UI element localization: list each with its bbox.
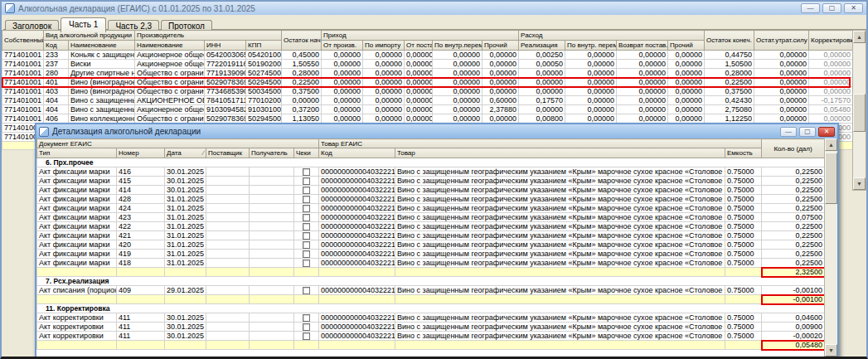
- supplier-cell[interactable]: [206, 231, 250, 240]
- item-code-cell[interactable]: 0000000000040322214: [319, 250, 395, 259]
- col-header-7[interactable]: От постав.: [405, 41, 433, 51]
- close-button[interactable]: ✕: [844, 3, 863, 13]
- receiver-cell[interactable]: [250, 259, 294, 268]
- capacity-cell[interactable]: 0.75000: [725, 259, 762, 268]
- capacity-cell[interactable]: 0.75000: [725, 177, 762, 186]
- table-cell[interactable]: 502745001: [246, 69, 282, 78]
- table-cell[interactable]: 0,00000: [433, 96, 482, 105]
- table-cell[interactable]: 0,28000: [282, 69, 322, 78]
- qty-cell[interactable]: 0,22500: [762, 250, 825, 259]
- col-header-0[interactable]: Код: [44, 41, 69, 51]
- table-cell[interactable]: 406: [44, 114, 69, 124]
- item-name-cell[interactable]: Вино с защищенным географическим указани…: [395, 222, 725, 231]
- col-header-own[interactable]: Собственный: [2, 31, 44, 51]
- table-cell[interactable]: 502945001: [246, 114, 282, 124]
- checkbox-cheki[interactable]: [303, 223, 310, 230]
- doc-date-cell[interactable]: 31.01.2025: [165, 231, 206, 240]
- item-code-cell[interactable]: 0000000000040322214: [319, 213, 395, 222]
- capacity-cell[interactable]: 0.75000: [725, 186, 762, 195]
- doc-type-cell[interactable]: Акт фиксации марки: [37, 177, 117, 186]
- table-cell[interactable]: 0,00000: [565, 78, 617, 87]
- doc-type-cell[interactable]: Акт корректировки: [37, 332, 117, 341]
- table-cell[interactable]: 7841051711: [205, 96, 246, 105]
- receiver-cell[interactable]: [250, 213, 294, 222]
- table-cell[interactable]: 0,00000: [668, 69, 705, 78]
- table-cell[interactable]: 0,00000: [322, 51, 363, 60]
- checkbox-cheki[interactable]: [303, 332, 310, 340]
- item-code-cell[interactable]: 0000000000040322214: [319, 167, 395, 177]
- table-cell[interactable]: 0,05480: [809, 105, 853, 114]
- table-cell[interactable]: 0,00000: [668, 51, 705, 60]
- table-cell[interactable]: 0,00250: [519, 51, 565, 60]
- table-cell[interactable]: 0,00000: [482, 114, 519, 124]
- item-code-cell[interactable]: 0000000000040322214: [319, 204, 395, 213]
- capacity-cell[interactable]: 0.75000: [725, 195, 762, 204]
- table-cell[interactable]: 0,00000: [668, 105, 705, 114]
- table-cell[interactable]: 5029078369: [205, 78, 246, 87]
- table-cell[interactable]: 0,00000: [433, 69, 482, 78]
- table-cell[interactable]: 0,00000: [433, 87, 482, 96]
- dialog-col-header-2[interactable]: Дата∕: [165, 148, 206, 158]
- table-cell[interactable]: 0,00000: [754, 60, 809, 69]
- capacity-cell[interactable]: 0.75000: [725, 167, 762, 177]
- doc-date-cell[interactable]: 29.01.2025: [165, 286, 206, 295]
- table-cell[interactable]: 0,00000: [617, 114, 668, 124]
- dialog-vertical-scrollbar[interactable]: ▲ ▼: [824, 138, 837, 357]
- dialog-col-header-6[interactable]: Код: [319, 148, 395, 158]
- table-cell[interactable]: 0,00000: [322, 96, 363, 105]
- item-name-cell[interactable]: Вино с защищенным географическим указани…: [395, 323, 725, 332]
- table-cell[interactable]: 0,00000: [519, 78, 565, 87]
- table-cell[interactable]: 0,00000: [668, 114, 705, 124]
- table-cell[interactable]: 0,00000: [754, 87, 809, 96]
- capacity-cell[interactable]: 0.75000: [725, 332, 762, 341]
- receiver-cell[interactable]: [250, 195, 294, 204]
- supplier-cell[interactable]: [206, 167, 250, 177]
- table-cell[interactable]: Акционерное общество ": [135, 105, 205, 114]
- item-code-cell[interactable]: 0000000000040322214: [319, 195, 395, 204]
- qty-cell[interactable]: 0,22500: [762, 167, 825, 177]
- table-cell[interactable]: 910301001: [246, 105, 282, 114]
- table-cell[interactable]: 0,00000: [482, 78, 519, 87]
- supplier-cell[interactable]: [206, 332, 250, 341]
- qty-cell[interactable]: -0,00020: [762, 332, 825, 341]
- table-cell[interactable]: 0,00000: [363, 51, 405, 60]
- table-cell[interactable]: 0,00000: [322, 105, 363, 114]
- doc-date-cell[interactable]: 31.01.2025: [165, 250, 206, 259]
- table-cell[interactable]: 401: [44, 78, 69, 87]
- qty-cell[interactable]: 0,22500: [762, 231, 825, 240]
- item-name-cell[interactable]: Вино с защищенным географическим указани…: [395, 204, 725, 213]
- qty-cell[interactable]: 0,22500: [762, 186, 825, 195]
- doc-date-cell[interactable]: 31.01.2025: [165, 195, 206, 204]
- table-cell[interactable]: 0,00000: [322, 69, 363, 78]
- supplier-cell[interactable]: [206, 177, 250, 186]
- table-cell[interactable]: 0,00000: [754, 69, 809, 78]
- qty-cell[interactable]: 0,22500: [762, 177, 825, 186]
- doc-number-cell[interactable]: 411: [117, 323, 165, 332]
- doc-type-cell[interactable]: Акт фиксации марки: [37, 186, 117, 195]
- col-header-correction[interactable]: Корректировка: [809, 31, 853, 51]
- doc-type-cell[interactable]: Акт фиксации марки: [37, 240, 117, 250]
- table-cell[interactable]: 0,00000: [809, 51, 853, 60]
- table-cell[interactable]: 0,22500: [282, 78, 322, 87]
- table-cell[interactable]: 0,00000: [809, 87, 853, 96]
- item-name-cell[interactable]: Вино с защищенным географическим указани…: [395, 231, 725, 240]
- supplier-cell[interactable]: [206, 286, 250, 295]
- main-vertical-scrollbar[interactable]: ▲ ▼: [852, 30, 866, 191]
- table-cell[interactable]: 502945001: [246, 78, 282, 87]
- dialog-col-header-0[interactable]: Тип: [37, 148, 117, 158]
- item-name-cell[interactable]: Вино с защищенным географическим указани…: [395, 177, 725, 186]
- doc-number-cell[interactable]: 423: [117, 213, 165, 222]
- table-cell[interactable]: 501902001: [246, 60, 282, 69]
- table-cell[interactable]: 0,00000: [617, 105, 668, 114]
- table-cell[interactable]: 0,00000: [322, 87, 363, 96]
- table-cell[interactable]: 0,00000: [565, 51, 617, 60]
- doc-date-cell[interactable]: 31.01.2025: [165, 259, 206, 268]
- col-header-6[interactable]: По импорту: [363, 41, 405, 51]
- checkbox-cheki[interactable]: [303, 250, 310, 258]
- table-cell[interactable]: 0,00000: [754, 114, 809, 124]
- table-cell[interactable]: 404: [44, 105, 69, 114]
- item-code-cell[interactable]: 0000000000040322214: [319, 222, 395, 231]
- table-cell[interactable]: 0,00000: [617, 69, 668, 78]
- table-cell[interactable]: 054201001: [246, 51, 282, 60]
- table-cell[interactable]: Вино (виноградное): [69, 78, 135, 87]
